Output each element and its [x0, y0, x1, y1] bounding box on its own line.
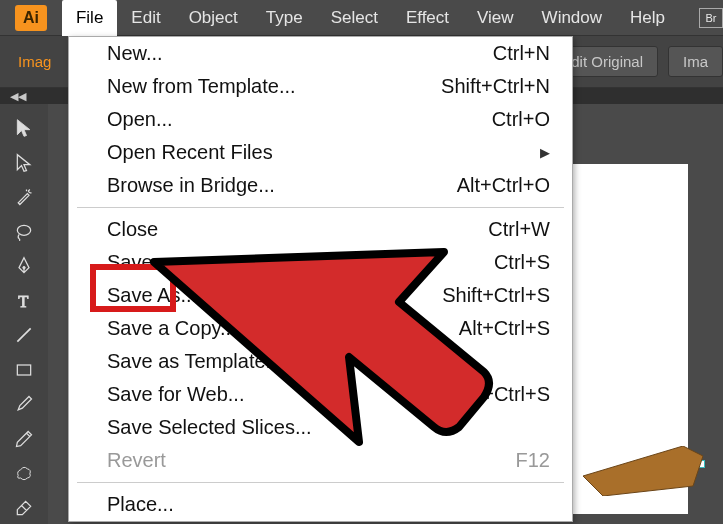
- menu-save[interactable]: Save Ctrl+S: [69, 246, 572, 279]
- menu-effect[interactable]: Effect: [392, 0, 463, 36]
- menu-browse-bridge[interactable]: Browse in Bridge... Alt+Ctrl+O: [69, 169, 572, 202]
- menu-new-shortcut: Ctrl+N: [493, 42, 550, 65]
- paintbrush-tool[interactable]: [4, 388, 44, 421]
- menu-object[interactable]: Object: [175, 0, 252, 36]
- menu-save-as[interactable]: Save As... Shift+Ctrl+S: [69, 279, 572, 312]
- menu-place[interactable]: Place...: [69, 488, 572, 521]
- menu-close[interactable]: Close Ctrl+W: [69, 213, 572, 246]
- menu-save-for-web[interactable]: Save for Web... Alt+Shift+Ctrl+S: [69, 378, 572, 411]
- menu-new-from-template[interactable]: New from Template... Shift+Ctrl+N: [69, 70, 572, 103]
- menu-view[interactable]: View: [463, 0, 528, 36]
- svg-point-1: [23, 267, 26, 270]
- menu-separator: [77, 207, 564, 208]
- menu-revert[interactable]: Revert F12: [69, 444, 572, 477]
- pencil-tool[interactable]: [4, 423, 44, 456]
- svg-rect-4: [17, 365, 30, 375]
- magic-wand-tool[interactable]: [4, 181, 44, 214]
- rectangle-tool[interactable]: [4, 354, 44, 387]
- menu-save-slices[interactable]: Save Selected Slices...: [69, 411, 572, 444]
- menu-open[interactable]: Open... Ctrl+O: [69, 103, 572, 136]
- artwork-shape: [583, 446, 703, 496]
- direct-selection-tool[interactable]: [4, 147, 44, 180]
- pen-tool[interactable]: [4, 250, 44, 283]
- eraser-tool[interactable]: [4, 492, 44, 525]
- menubar: Ai File Edit Object Type Select Effect V…: [0, 0, 723, 36]
- submenu-arrow-icon: ▶: [540, 145, 550, 160]
- menu-type[interactable]: Type: [252, 0, 317, 36]
- image-trace-label: Imag: [18, 53, 51, 70]
- line-segment-tool[interactable]: [4, 319, 44, 352]
- lasso-tool[interactable]: [4, 216, 44, 249]
- menu-file[interactable]: File: [62, 0, 117, 36]
- bridge-icon[interactable]: Br: [699, 8, 723, 28]
- menu-separator: [77, 482, 564, 483]
- image-trace-button[interactable]: Ima: [668, 46, 723, 77]
- svg-text:T: T: [18, 292, 28, 311]
- menu-edit[interactable]: Edit: [117, 0, 174, 36]
- collapse-chevron-icon: ◀◀: [10, 90, 26, 103]
- svg-point-0: [17, 225, 30, 235]
- svg-line-3: [17, 329, 30, 342]
- menu-save-copy[interactable]: Save a Copy... Alt+Ctrl+S: [69, 312, 572, 345]
- tools-panel: T: [0, 104, 48, 524]
- blob-brush-tool[interactable]: [4, 457, 44, 490]
- menu-save-template[interactable]: Save as Template...: [69, 345, 572, 378]
- menu-help[interactable]: Help: [616, 0, 679, 36]
- menu-window[interactable]: Window: [528, 0, 616, 36]
- menu-select[interactable]: Select: [317, 0, 392, 36]
- menu-new-label: New...: [107, 42, 163, 65]
- app-icon: Ai: [15, 5, 47, 31]
- menu-open-recent[interactable]: Open Recent Files ▶: [69, 136, 572, 169]
- file-menu-dropdown: New... Ctrl+N New from Template... Shift…: [68, 36, 573, 522]
- selection-tool[interactable]: [4, 112, 44, 145]
- type-tool[interactable]: T: [4, 285, 44, 318]
- menu-new[interactable]: New... Ctrl+N: [69, 37, 572, 70]
